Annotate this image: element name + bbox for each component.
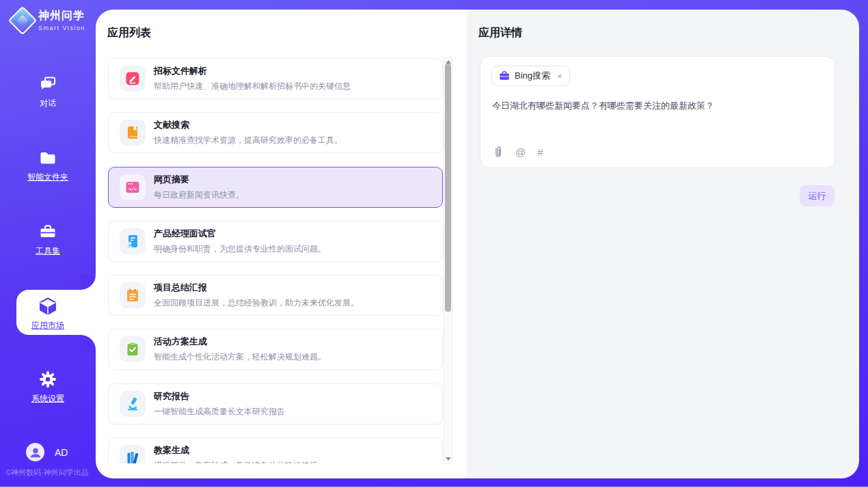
resume-person-icon (120, 228, 146, 254)
list-item-research-report[interactable]: 研究报告 一键智能生成高质量长文本研究报告 (108, 383, 443, 424)
book-icon (120, 120, 146, 146)
app-title: 教案生成 (154, 444, 318, 457)
app-desc: 每日政府新闻资讯快查。 (154, 189, 244, 201)
scrollbar-thumb[interactable] (445, 64, 451, 312)
sidebar-item-label: 智能文件夹 (0, 172, 96, 183)
sidebar-item-app-market[interactable]: 应用市场 (0, 296, 96, 331)
app-list-title: 应用列表 (107, 26, 151, 40)
brand-logo-icon (8, 5, 37, 34)
paperclip-icon[interactable] (491, 146, 504, 158)
app-desc: 一键智能生成高质量长文本研究报告 (154, 406, 285, 418)
brand-logo: 神州问学 Smart Vision (12, 9, 85, 31)
list-item-literature-search[interactable]: 文献搜索 快速精准查找学术资源，提高研究效率的必备工具。 (108, 112, 443, 153)
run-button[interactable]: 运行 (800, 185, 835, 206)
sidebar-item-label: 应用市场 (0, 320, 96, 331)
list-item-lesson-plan[interactable]: 教案生成 模板驱动，教案秒成，教学准备从此轻松快捷 (108, 437, 443, 463)
scrollbar[interactable] (444, 57, 452, 463)
notepad-icon (120, 282, 146, 308)
briefcase-icon (499, 70, 510, 81)
app-title: 项目总结汇报 (154, 282, 359, 294)
app-desc: 快速精准查找学术资源，提高研究效率的必备工具。 (154, 135, 342, 146)
brand-name: 神州问学 (38, 9, 85, 23)
chat-icon (0, 74, 96, 94)
list-item-project-summary[interactable]: 项目总结汇报 全面回顾项目进展，总结经验教训，助力未来优化发展。 (108, 275, 443, 316)
avatar (26, 443, 44, 461)
app-detail-panel: 应用详情 Bing搜索 × 今日湖北有哪些新闻要点？有哪些需要关注的最新政策？ (467, 10, 859, 478)
sidebar-item-label: 对话 (0, 98, 96, 109)
app-desc: 全面回顾项目进展，总结经验教训，助力未来优化发展。 (154, 297, 359, 309)
tool-tag-bing-search[interactable]: Bing搜索 × (491, 66, 570, 86)
prompt-input-card[interactable]: Bing搜索 × 今日湖北有哪些新闻要点？有哪些需要关注的最新政策？ @ # (480, 56, 835, 168)
app-list: 招标文件解析 帮助用户快速、准确地理解和解析招标书中的关键信息 文献搜索 (108, 58, 443, 463)
app-title: 产品经理面试官 (154, 228, 326, 240)
sidebar-item-smart-folder[interactable]: 智能文件夹 (0, 148, 96, 183)
app-desc: 智能生成个性化活动方案，轻松解决规划难题。 (154, 351, 326, 363)
composer-toolbar: @ # (491, 146, 543, 158)
sidebar-item-chat[interactable]: 对话 (0, 74, 96, 109)
microscope-icon (120, 391, 146, 417)
user-account[interactable]: AD (26, 443, 68, 461)
app-title: 活动方案生成 (154, 336, 326, 348)
folder-icon (0, 148, 96, 168)
active-nav-notch-top (81, 275, 96, 290)
sidebar-item-toolset[interactable]: 工具集 (0, 221, 96, 257)
toolbox-icon (0, 221, 96, 242)
sidebar-item-label: 工具集 (0, 245, 96, 257)
books-icon (120, 445, 146, 463)
edit-document-icon (120, 66, 146, 92)
scrollbar-down-arrow[interactable] (444, 455, 452, 462)
app-title: 研究报告 (154, 390, 285, 403)
cube-icon (0, 296, 96, 316)
list-item-bid-analysis[interactable]: 招标文件解析 帮助用户快速、准确地理解和解析招标书中的关键信息 (108, 58, 443, 99)
list-item-event-plan[interactable]: 活动方案生成 智能生成个性化活动方案，轻松解决规划难题。 (108, 329, 443, 370)
sidebar-item-label: 系统设置 (0, 393, 96, 405)
app-desc: 帮助用户快速、准确地理解和解析招标书中的关键信息 (154, 81, 351, 92)
brand-subtitle: Smart Vision (38, 25, 85, 31)
list-item-web-summary[interactable]: </> 网页摘要 每日政府新闻资讯快查。 (108, 167, 443, 208)
hash-icon[interactable]: # (537, 146, 543, 158)
clipboard-check-icon (120, 336, 146, 362)
user-name: AD (55, 447, 68, 458)
app-desc: 模板驱动，教案秒成，教学准备从此轻松快捷 (154, 460, 318, 463)
close-icon[interactable]: × (557, 71, 562, 81)
active-nav-notch-bottom (81, 335, 96, 350)
mention-icon[interactable]: @ (515, 146, 526, 158)
sidebar-item-settings[interactable]: 系统设置 (0, 369, 96, 405)
app-title: 招标文件解析 (154, 65, 351, 77)
browser-code-icon: </> (120, 174, 146, 200)
app-list-panel: 应用列表 招标文件解析 帮助用户快速、准确地理解和解析招标书中的关键信息 (96, 10, 467, 478)
app-detail-title: 应用详情 (478, 26, 522, 40)
app-title: 文献搜索 (154, 119, 342, 131)
app-title: 网页摘要 (154, 174, 244, 186)
app-desc: 明确身份和职责，为您提供专业性的面试问题。 (154, 243, 326, 255)
main-content: 应用列表 招标文件解析 帮助用户快速、准确地理解和解析招标书中的关键信息 (96, 10, 859, 478)
list-item-pm-interviewer[interactable]: 产品经理面试官 明确身份和职责，为您提供专业性的面试问题。 (108, 221, 443, 262)
prompt-input[interactable]: 今日湖北有哪些新闻要点？有哪些需要关注的最新政策？ (492, 99, 824, 113)
sidebar: 神州问学 Smart Vision 对话 智能文件夹 (0, 0, 96, 488)
gear-icon (0, 369, 96, 390)
person-icon (28, 445, 43, 460)
tool-tag-label: Bing搜索 (515, 70, 550, 82)
copyright-footer: ©神州数码·神州问学出品 (5, 467, 89, 478)
app-window: 神州问学 Smart Vision 对话 智能文件夹 (0, 0, 868, 488)
svg-text:</>: </> (128, 186, 137, 191)
